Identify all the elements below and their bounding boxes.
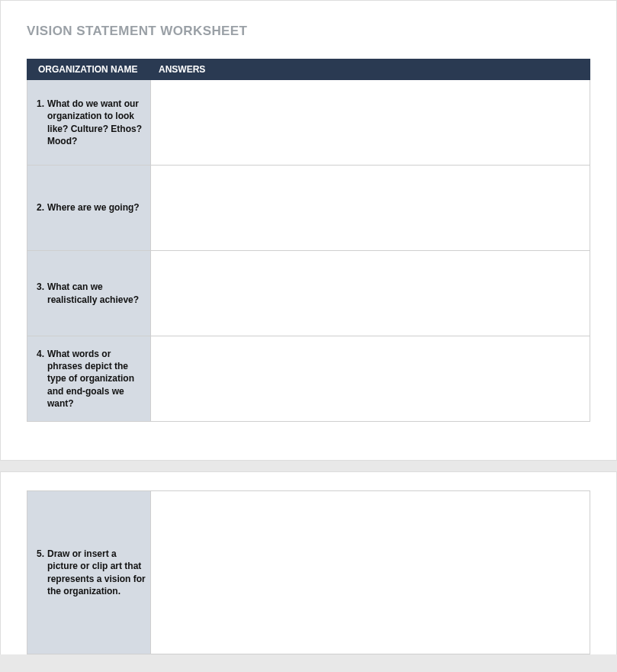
worksheet-page-2: 5. Draw or insert a picture or clip art … — [0, 471, 617, 654]
answer-cell[interactable] — [151, 166, 590, 251]
page-title: VISION STATEMENT WORKSHEET — [27, 24, 590, 39]
question-text: What can we realistically achieve? — [47, 281, 146, 305]
question-cell: 1. What do we want our organization to l… — [27, 80, 151, 166]
question-text: Where are we going? — [47, 201, 146, 214]
worksheet-table-2: 5. Draw or insert a picture or clip art … — [27, 490, 590, 654]
table-row: 4. What words or phrases depict the type… — [27, 336, 590, 422]
question-number: 5. — [34, 548, 47, 560]
question-text: Draw or insert a picture or clip art tha… — [47, 548, 146, 597]
question-number: 4. — [34, 348, 47, 360]
answer-cell[interactable] — [151, 336, 590, 422]
question-cell: 4. What words or phrases depict the type… — [27, 336, 151, 422]
header-answers: ANSWERS — [151, 59, 590, 80]
worksheet-page-1: VISION STATEMENT WORKSHEET ORGANIZATION … — [0, 0, 617, 461]
answer-cell[interactable] — [151, 80, 590, 166]
table-row: 3. What can we realistically achieve? — [27, 251, 590, 336]
question-text: What do we want our organization to look… — [47, 98, 146, 147]
header-org-name: ORGANIZATION NAME — [27, 59, 151, 80]
worksheet-table-1: ORGANIZATION NAME ANSWERS 1. What do we … — [27, 59, 590, 422]
question-number: 1. — [34, 98, 47, 110]
question-text: What words or phrases depict the type of… — [47, 348, 146, 410]
question-cell: 2. Where are we going? — [27, 166, 151, 251]
question-number: 2. — [34, 201, 47, 214]
table-header-row: ORGANIZATION NAME ANSWERS — [27, 59, 590, 80]
answer-cell[interactable] — [151, 491, 590, 654]
table-row: 2. Where are we going? — [27, 166, 590, 251]
answer-cell[interactable] — [151, 251, 590, 336]
question-number: 3. — [34, 281, 47, 293]
question-cell: 5. Draw or insert a picture or clip art … — [27, 491, 151, 654]
table-row: 5. Draw or insert a picture or clip art … — [27, 491, 590, 654]
question-cell: 3. What can we realistically achieve? — [27, 251, 151, 336]
table-row: 1. What do we want our organization to l… — [27, 80, 590, 166]
